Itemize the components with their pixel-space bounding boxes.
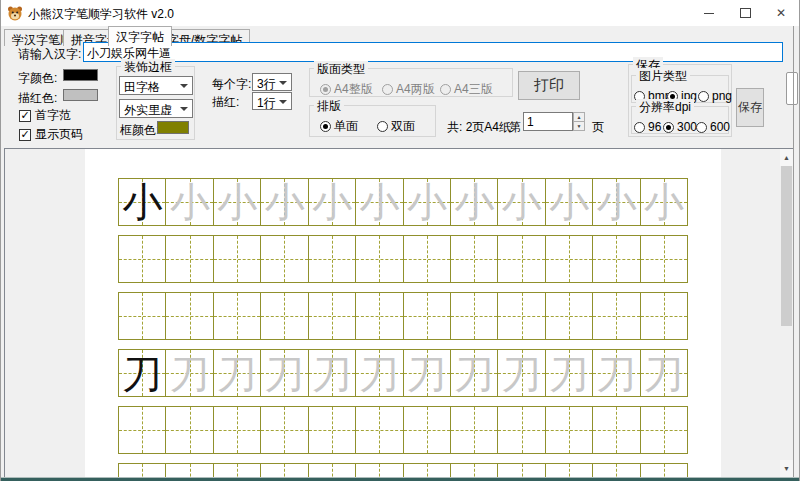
practice-row-trace: 刀刀刀刀刀刀刀刀刀刀刀刀 [118, 349, 688, 397]
radio-dpi-600[interactable]: 600 [696, 120, 730, 134]
grid-cell: 小 [451, 179, 498, 225]
grid-cell [166, 407, 213, 453]
page-number-stepper[interactable]: ▲ ▼ [573, 112, 585, 131]
per-char-combobox[interactable]: 3行 [252, 73, 292, 91]
grid-cell [356, 236, 403, 282]
scrollbar-thumb[interactable] [781, 166, 792, 326]
trace-color-swatch[interactable] [63, 89, 98, 101]
window-frame-right [793, 26, 794, 477]
minimize-button[interactable] [691, 0, 727, 26]
worksheet-paper: 小小小小小小小小小小小小刀刀刀刀刀刀刀刀刀刀刀刀 [85, 149, 721, 477]
stepper-down-icon[interactable]: ▼ [574, 122, 584, 130]
page-number-input[interactable]: 1 [523, 112, 573, 131]
radio-a4-full[interactable]: A4整版 [320, 81, 373, 98]
scroll-down-icon: ▼ [783, 465, 790, 472]
save-button[interactable]: 保存 [736, 88, 764, 127]
grid-cell [166, 464, 213, 477]
grid-cell: 刀 [309, 350, 356, 396]
per-char-label: 每个字: [212, 76, 251, 93]
image-type-group-title: 图片类型 [636, 68, 690, 85]
radio-a4-two-label: A4两版 [396, 81, 435, 98]
grid-cell: 小 [261, 179, 308, 225]
trace-character: 小 [309, 179, 355, 225]
grid-cell: 刀 [546, 350, 593, 396]
per-char-value: 3行 [257, 77, 276, 91]
radio-icon [634, 122, 645, 133]
grid-style-combobox[interactable]: 田字格 [119, 76, 193, 95]
grid-cell: 刀 [119, 350, 166, 396]
grid-cell [261, 464, 308, 477]
scroll-up-icon: ▲ [783, 154, 790, 161]
frame-color-swatch[interactable] [157, 121, 189, 134]
layout-type-group-title: 版面类型 [314, 61, 368, 78]
grid-cell [641, 464, 687, 477]
total-pages-label: 共: 2页A4纸 [447, 119, 511, 136]
radio-dpi-300[interactable]: 300 [663, 120, 697, 134]
trace-character: 小 [546, 179, 592, 225]
title-bar: 小熊汉字笔顺学习软件 v2.0 ✕ [1, 0, 799, 26]
radio-single-side[interactable]: 单面 [320, 118, 358, 135]
tab-hanzi-copybook[interactable]: 汉字字帖 [108, 26, 172, 46]
grid-cell [546, 464, 593, 477]
grid-cell [641, 407, 687, 453]
radio-double-side[interactable]: 双面 [377, 118, 415, 135]
grid-cell [356, 464, 403, 477]
grid-cell [451, 293, 498, 339]
trace-character: 小 [593, 179, 639, 225]
first-example-checkbox[interactable]: ✓ [19, 110, 31, 122]
grid-cell [451, 407, 498, 453]
grid-cell [498, 236, 545, 282]
window-frame-bottom [1, 477, 799, 481]
practice-row-empty [118, 235, 688, 283]
grid-cell [214, 464, 261, 477]
radio-dpi-96[interactable]: 96 [634, 120, 661, 134]
grid-cell: 刀 [404, 350, 451, 396]
trace-character: 小 [214, 179, 260, 225]
grid-cell: 刀 [498, 350, 545, 396]
grid-cell: 刀 [593, 350, 640, 396]
trace-character: 刀 [546, 350, 592, 396]
example-character: 小 [119, 179, 165, 225]
vertical-scrollbar[interactable]: ▲ ▼ [780, 149, 793, 477]
practice-row-empty [118, 463, 688, 477]
grid-cell [119, 236, 166, 282]
trace-rows-combobox[interactable]: 1行 [252, 92, 292, 110]
line-style-combobox[interactable]: 外实里虚 [119, 99, 193, 118]
radio-icon [698, 91, 709, 102]
decor-border-group-title: 装饰边框 [121, 59, 175, 76]
hanzi-input-value: 小刀娱乐网牛逼 [87, 46, 171, 60]
maximize-button[interactable] [727, 0, 763, 26]
grid-cell: 刀 [261, 350, 308, 396]
grid-cell [214, 407, 261, 453]
first-example-checkbox-row[interactable]: ✓ 首字范 [19, 107, 71, 124]
trace-character: 小 [261, 179, 307, 225]
scroll-up-button[interactable]: ▲ [780, 149, 793, 166]
radio-a4-two[interactable]: A4两版 [382, 81, 435, 98]
radio-dpi-300-label: 300 [677, 120, 697, 134]
grid-cell: 刀 [166, 350, 213, 396]
grid-cell [641, 293, 687, 339]
close-icon: ✕ [776, 7, 786, 19]
grid-cell [593, 293, 640, 339]
grid-cell [356, 293, 403, 339]
char-color-swatch[interactable] [63, 69, 98, 81]
radio-icon [663, 122, 674, 133]
grid-cell: 小 [119, 179, 166, 225]
radio-icon [320, 84, 331, 95]
grid-cell [214, 293, 261, 339]
show-page-checkbox[interactable]: ✓ [19, 129, 31, 141]
grid-style-value: 田字格 [124, 80, 160, 94]
grid-cell [261, 407, 308, 453]
trace-rows-value: 1行 [257, 96, 276, 110]
scroll-down-button[interactable]: ▼ [780, 460, 793, 477]
grid-cell: 小 [498, 179, 545, 225]
hanzi-input[interactable]: 小刀娱乐网牛逼 [83, 42, 783, 62]
show-page-checkbox-row[interactable]: ✓ 显示页码 [19, 126, 83, 143]
close-button[interactable]: ✕ [763, 0, 799, 26]
print-button[interactable]: 打印 [518, 71, 580, 100]
stepper-up-icon[interactable]: ▲ [574, 113, 584, 122]
radio-png[interactable]: png [698, 89, 732, 103]
trace-character: 刀 [498, 350, 544, 396]
grid-cell [404, 464, 451, 477]
radio-a4-three[interactable]: A4三版 [440, 81, 493, 98]
